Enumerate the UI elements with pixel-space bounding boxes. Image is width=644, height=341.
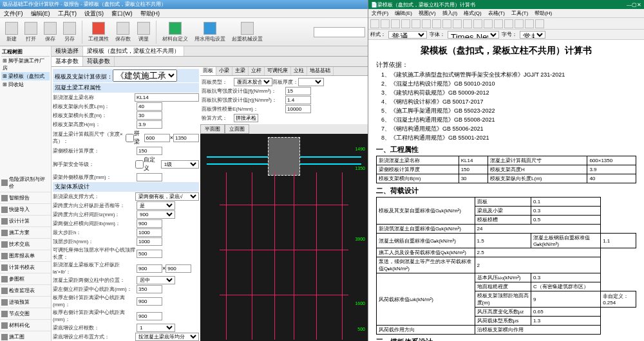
side-material[interactable]: 材料科化	[0, 320, 51, 331]
material-custom-button[interactable]: 材料自定义	[160, 21, 191, 44]
save-data-button[interactable]: 保存数	[113, 21, 133, 44]
safety-custom-check[interactable]	[135, 160, 144, 169]
maximize-button[interactable]: ▢	[632, 2, 637, 8]
tb-bold-icon[interactable]	[422, 19, 431, 28]
tab-upright[interactable]: 立杆	[249, 67, 265, 75]
crane-button[interactable]: 起重机械设置	[229, 21, 265, 44]
tb-list-icon[interactable]	[494, 19, 503, 28]
tb-table-icon[interactable]	[525, 19, 534, 28]
tb-color-icon[interactable]	[453, 19, 462, 28]
side-thick-input[interactable]	[137, 147, 162, 155]
tab-jack[interactable]: 可调托座	[265, 67, 291, 75]
panel-type-select[interactable]: 覆面木胶合板	[234, 78, 272, 86]
plan-view-button[interactable]: 平面图	[200, 124, 225, 134]
tab-module[interactable]: 模块选择	[52, 46, 83, 56]
saveas-button[interactable]: 另存	[61, 21, 79, 44]
tb-save-icon[interactable]	[370, 19, 379, 28]
add-col-select[interactable]: 1	[137, 324, 175, 332]
menu-settings[interactable]: 设置(S)	[80, 9, 108, 17]
elevation-view-button[interactable]: 立面图	[225, 124, 249, 134]
tb-underline-icon[interactable]	[442, 19, 451, 28]
section-h-input[interactable]	[173, 134, 199, 142]
cad-viewport[interactable]: 1490 1350 3900 1600 500	[200, 134, 368, 341]
beam-name-input[interactable]	[135, 93, 199, 102]
plate-l-input[interactable]	[137, 297, 162, 306]
tab-small-beam[interactable]: 小梁	[216, 67, 232, 75]
length-input[interactable]	[137, 102, 162, 111]
section-w-input[interactable]	[144, 134, 170, 142]
elastic-input[interactable]	[285, 105, 311, 113]
document-body[interactable]: 梁模板（盘扣式，梁板立柱不共用）计算书 计算依据： 1、《建筑施工承插型盘扣式钢…	[368, 40, 644, 341]
project-props-button[interactable]: 工程属性	[86, 21, 111, 44]
tb-image-icon[interactable]	[535, 19, 544, 28]
side-gallery[interactable]: 图库报表单	[0, 250, 51, 262]
lb-input[interactable]	[137, 219, 162, 228]
side-budget[interactable]: 进项预算	[0, 297, 51, 308]
tb-italic-icon[interactable]	[432, 19, 441, 28]
splice-check[interactable]	[126, 134, 134, 142]
tb-copy-icon[interactable]	[401, 19, 410, 28]
side-scheme[interactable]: 施工方案	[0, 227, 51, 239]
position-select[interactable]: 居中	[137, 276, 175, 284]
outer-thick-input[interactable]	[137, 173, 162, 181]
rmenu-insert[interactable]: 插入(I)	[439, 9, 461, 17]
minimize-button[interactable]: —	[627, 2, 632, 8]
adjust-button[interactable]: 调显	[135, 21, 153, 44]
side-drawing[interactable]: 施工图	[0, 331, 51, 341]
rmenu-help[interactable]: 帮助(H)	[531, 9, 555, 17]
shear-input[interactable]	[285, 96, 311, 104]
rmenu-table[interactable]: 表格(T)	[485, 9, 508, 17]
max-step-input[interactable]	[137, 228, 162, 237]
close-button[interactable]: ✕	[637, 2, 641, 8]
tree-item[interactable]: ⊞ 脚手架施工件厂房	[1, 57, 50, 72]
tb-paste-icon[interactable]	[412, 19, 421, 28]
bend-input[interactable]	[285, 87, 311, 95]
size-select[interactable]: 常规	[520, 31, 545, 39]
lz-select[interactable]: 900	[137, 210, 175, 219]
rmenu-view[interactable]: 视图(V)	[415, 9, 439, 17]
panel-thick-select[interactable]	[298, 78, 324, 86]
safety-select[interactable]: 1级	[161, 160, 199, 169]
tb-align-c-icon[interactable]	[473, 19, 482, 28]
left-dist-input[interactable]	[137, 285, 162, 293]
tb-align-r-icon[interactable]	[484, 19, 493, 28]
menu-file[interactable]: 文件(F)	[0, 9, 27, 17]
tab-basic[interactable]: 基本参数	[52, 57, 83, 66]
side-smart-report[interactable]: 智能报告	[0, 192, 51, 204]
tb-indent-icon[interactable]	[504, 19, 513, 28]
extend-input[interactable]	[137, 250, 162, 258]
tab-foundation[interactable]: 地基基础	[307, 67, 334, 75]
open-button[interactable]: 打开	[22, 21, 40, 44]
equal-select[interactable]: 是	[137, 201, 175, 210]
save-button[interactable]: 保存	[41, 21, 59, 44]
tree-item-selected[interactable]: ⊞ 梁模板（盘扣式	[1, 72, 50, 80]
tb-align-l-icon[interactable]	[463, 19, 472, 28]
side-calc-report[interactable]: 计算书模表	[0, 262, 51, 273]
search-input[interactable]	[314, 27, 365, 37]
side-inspect[interactable]: 检查监理表	[0, 285, 51, 297]
rmenu-tools[interactable]: 工具(T)	[508, 9, 531, 17]
tab-main-beam[interactable]: 主梁	[232, 67, 249, 75]
width-input[interactable]	[137, 111, 162, 120]
rmenu-format[interactable]: 格式(Q)	[460, 9, 485, 17]
rmenu-edit[interactable]: 编辑(E)	[392, 9, 415, 17]
menu-window[interactable]: 窗口(W)	[108, 9, 137, 17]
la-input[interactable]	[137, 264, 162, 273]
basis-select[interactable]: 《建筑施工承插型…》	[113, 69, 177, 82]
water-elec-button[interactable]: 用水用电设置	[192, 21, 228, 44]
top-step-input[interactable]	[137, 237, 162, 246]
menu-tools[interactable]: 工具(T)	[54, 9, 81, 17]
side-tech[interactable]: 技术交底	[0, 239, 51, 250]
font-select[interactable]: Times New Roman	[448, 31, 499, 39]
tb-cut-icon[interactable]	[391, 19, 400, 28]
tab-panel[interactable]: 面板	[200, 67, 216, 75]
height-input[interactable]	[137, 120, 162, 129]
side-hazard[interactable]: 危险源识别与评价	[0, 174, 51, 192]
side-quick-import[interactable]: 快捷导入	[0, 204, 51, 216]
plate-r-input[interactable]	[137, 312, 162, 320]
tb-print-icon[interactable]	[381, 19, 390, 28]
tab-column[interactable]: 立柱	[291, 67, 307, 75]
side-design-calc[interactable]: 设计计算	[0, 216, 51, 227]
menu-help[interactable]: 帮助(H)	[137, 9, 164, 17]
layout-select[interactable]: 按混凝土梁底等均分	[135, 333, 199, 341]
